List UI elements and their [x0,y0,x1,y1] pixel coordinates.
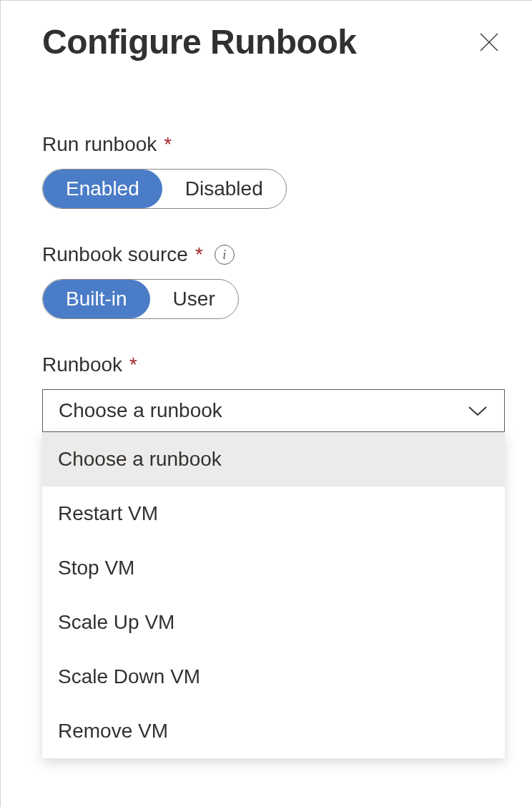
runbook-label: Runbook * [42,353,505,376]
dropdown-option-choose[interactable]: Choose a runbook [42,432,505,486]
label-text: Run runbook [42,133,157,156]
dropdown-option-stop-vm[interactable]: Stop VM [42,541,505,595]
configure-runbook-panel: Configure Runbook Run runbook * Enabled … [0,0,532,807]
builtin-option[interactable]: Built-in [43,280,150,318]
runbook-dropdown[interactable]: Choose a runbook [42,389,505,432]
label-text: Runbook source [42,243,188,266]
run-runbook-label: Run runbook * [42,133,505,156]
close-button[interactable] [473,26,505,58]
runbook-dropdown-wrapper: Choose a runbook Choose a runbook Restar… [42,389,505,432]
enabled-option[interactable]: Enabled [43,170,162,208]
decorative-edge [0,214,1,221]
user-option[interactable]: User [150,280,238,318]
runbook-dropdown-list: Choose a runbook Restart VM Stop VM Scal… [42,432,505,758]
dropdown-option-remove-vm[interactable]: Remove VM [42,704,505,758]
dropdown-option-scale-down-vm[interactable]: Scale Down VM [42,650,505,704]
panel-header: Configure Runbook [42,22,505,62]
run-runbook-field: Run runbook * Enabled Disabled [42,133,505,209]
disabled-option[interactable]: Disabled [162,170,286,208]
required-indicator: * [164,133,172,156]
runbook-field: Runbook * Choose a runbook Choose a runb… [42,353,505,432]
required-indicator: * [129,353,137,376]
dropdown-option-scale-up-vm[interactable]: Scale Up VM [42,595,505,650]
dropdown-selected-value: Choose a runbook [59,399,222,422]
required-indicator: * [195,243,203,266]
close-icon [478,31,500,53]
runbook-source-toggle: Built-in User [42,279,239,319]
run-runbook-toggle: Enabled Disabled [42,169,287,209]
panel-title: Configure Runbook [42,22,356,62]
chevron-down-icon [467,404,488,417]
label-text: Runbook [42,353,122,376]
info-icon[interactable]: i [215,245,235,265]
runbook-source-field: Runbook source * i Built-in User [42,243,505,319]
dropdown-option-restart-vm[interactable]: Restart VM [42,486,505,541]
runbook-source-label: Runbook source * i [42,243,505,266]
